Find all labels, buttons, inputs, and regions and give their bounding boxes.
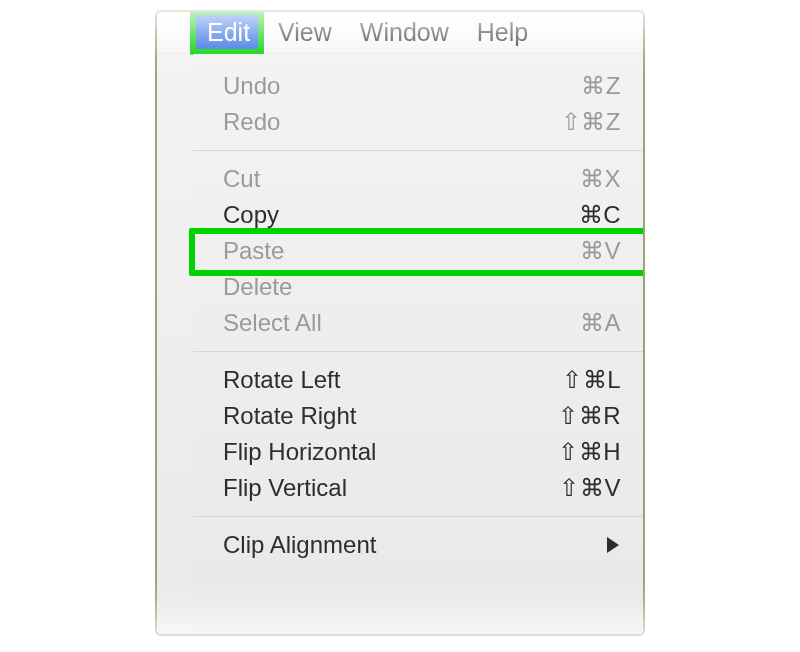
menu-item-paste[interactable]: Paste ⌘V [193, 233, 643, 269]
menu-item-label: Paste [223, 237, 284, 265]
menu-item-label: Flip Horizontal [223, 438, 376, 466]
menu-section: Undo ⌘Z Redo ⇧⌘Z [193, 68, 643, 150]
menu-item-delete[interactable]: Delete [193, 269, 643, 305]
menu-item-shortcut: ⌘Z [581, 72, 621, 100]
menu-section: Clip Alignment [193, 516, 643, 573]
menu-item-label: Select All [223, 309, 322, 337]
menu-item-shortcut: ⌘V [580, 237, 621, 265]
menu-item-shortcut: ⇧⌘L [562, 366, 621, 394]
submenu-arrow-icon [607, 537, 619, 553]
menubar-label: Edit [207, 18, 250, 47]
menu-item-shortcut: ⌘X [580, 165, 621, 193]
menubar-item-window[interactable]: Window [346, 12, 463, 53]
menu-item-shortcut: ⌘C [579, 201, 621, 229]
menu-item-rotate-left[interactable]: Rotate Left ⇧⌘L [193, 362, 643, 398]
menu-item-cut[interactable]: Cut ⌘X [193, 161, 643, 197]
menu-item-label: Rotate Right [223, 402, 356, 430]
menu-item-undo[interactable]: Undo ⌘Z [193, 68, 643, 104]
menu-section: Rotate Left ⇧⌘L Rotate Right ⇧⌘R Flip Ho… [193, 351, 643, 516]
menubar-label: Help [477, 18, 528, 47]
menu-item-shortcut: ⇧⌘R [558, 402, 621, 430]
menu-item-flip-vertical[interactable]: Flip Vertical ⇧⌘V [193, 470, 643, 506]
menu-item-label: Cut [223, 165, 260, 193]
menubar: Edit View Window Help [157, 12, 643, 54]
menubar-label: View [278, 18, 332, 47]
menu-item-shortcut: ⌘A [580, 309, 621, 337]
menu-item-shortcut: ⇧⌘Z [561, 108, 621, 136]
menu-item-copy[interactable]: Copy ⌘C [193, 197, 643, 233]
menu-section: Cut ⌘X Copy ⌘C Paste ⌘V Delete Select Al… [193, 150, 643, 351]
menubar-item-view[interactable]: View [264, 12, 346, 53]
menu-item-label: Delete [223, 273, 292, 301]
menu-item-rotate-right[interactable]: Rotate Right ⇧⌘R [193, 398, 643, 434]
menu-item-label: Flip Vertical [223, 474, 347, 502]
menu-item-label: Undo [223, 72, 280, 100]
menu-item-shortcut: ⇧⌘V [559, 474, 621, 502]
menu-item-clip-alignment[interactable]: Clip Alignment [193, 527, 643, 563]
menu-item-label: Rotate Left [223, 366, 340, 394]
menubar-item-edit[interactable]: Edit [193, 12, 264, 53]
menu-item-redo[interactable]: Redo ⇧⌘Z [193, 104, 643, 140]
menu-item-label: Redo [223, 108, 280, 136]
edit-menu-dropdown: Undo ⌘Z Redo ⇧⌘Z Cut ⌘X Copy ⌘C P [193, 54, 643, 634]
menu-item-shortcut: ⇧⌘H [558, 438, 621, 466]
menu-item-label: Clip Alignment [223, 531, 376, 559]
menubar-item-help[interactable]: Help [463, 12, 542, 53]
menu-item-select-all[interactable]: Select All ⌘A [193, 305, 643, 341]
menu-item-flip-horizontal[interactable]: Flip Horizontal ⇧⌘H [193, 434, 643, 470]
menubar-label: Window [360, 18, 449, 47]
menu-item-label: Copy [223, 201, 279, 229]
